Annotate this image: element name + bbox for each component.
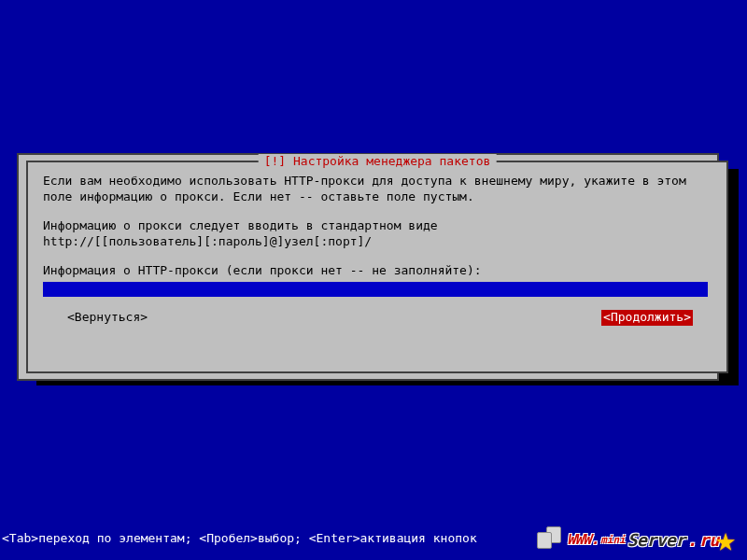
keyboard-hint: <Tab>переход по элементам; <Пробел>выбор… xyxy=(2,531,477,545)
dialog-title: [!] Настройка менеджера пакетов xyxy=(259,154,497,168)
proxy-format-intro: Информацию о прокси следует вводить в ст… xyxy=(43,218,712,234)
dialog-buttons-row: <Вернуться> <Продолжить> xyxy=(43,310,712,326)
package-manager-config-dialog: [!] Настройка менеджера пакетов Если вам… xyxy=(26,161,728,373)
dialog-paragraph-1: Если вам необходимо использовать HTTP-пр… xyxy=(43,174,712,205)
dialog-content: Если вам необходимо использовать HTTP-пр… xyxy=(28,162,726,337)
watermark-mini: mini xyxy=(600,534,626,546)
go-back-button[interactable]: <Вернуться> xyxy=(67,310,148,326)
dialog-paragraph-2: Информацию о прокси следует вводить в ст… xyxy=(43,218,712,250)
star-icon: ★ xyxy=(715,527,736,551)
watermark-server: Server xyxy=(627,530,685,550)
watermark-www: WWW. xyxy=(567,531,599,548)
continue-button[interactable]: <Продолжить> xyxy=(601,310,693,326)
http-proxy-input[interactable] xyxy=(43,282,708,297)
proxy-input-label: Информация о HTTP-прокси (если прокси не… xyxy=(43,263,712,279)
server-icon xyxy=(537,526,565,553)
watermark-dot: . xyxy=(687,530,698,550)
watermark: WWW. mini Server . ru ★ xyxy=(537,526,736,553)
proxy-format-example: http://[[пользователь][:пароль]@]узел[:п… xyxy=(43,234,712,250)
